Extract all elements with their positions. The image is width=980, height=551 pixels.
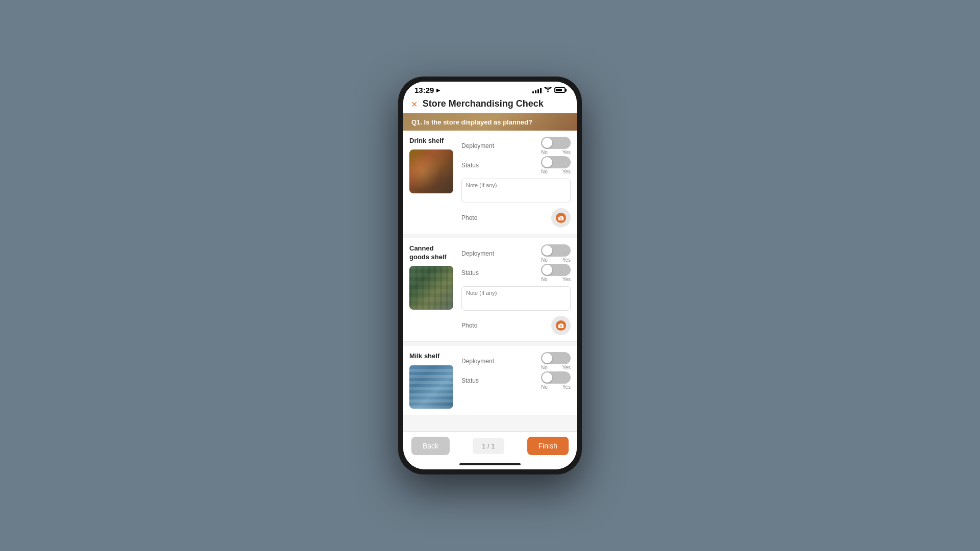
shelf-image-canned[interactable] xyxy=(409,266,453,310)
status-no-drink: No xyxy=(541,169,548,174)
deployment-yes-canned: Yes xyxy=(562,257,571,263)
photo-row-drink: Photo xyxy=(461,208,571,228)
status-toggle-wrap-milk: No Yes xyxy=(541,371,571,390)
status-no-milk: No xyxy=(541,384,548,390)
status-label-milk: Status xyxy=(461,377,479,384)
deployment-no-canned: No xyxy=(541,257,548,263)
app-title: Store Merchandising Check xyxy=(423,98,544,109)
question-text: Q1. Is the store displayed as planned? xyxy=(411,118,532,126)
deployment-row-drink: Deployment No Yes xyxy=(461,137,571,155)
shelf-image-milk[interactable] xyxy=(409,365,453,409)
status-label-canned: Status xyxy=(461,269,479,277)
deployment-yes-milk: Yes xyxy=(562,365,571,370)
status-row-drink: Status No Yes xyxy=(461,156,571,174)
status-row-milk: Status No Yes xyxy=(461,371,571,390)
deployment-toggle-milk[interactable] xyxy=(541,352,571,364)
deployment-row-milk: Deployment No Yes xyxy=(461,352,571,370)
shelf-left-milk: Milk shelf xyxy=(403,346,459,415)
status-toggle-milk[interactable] xyxy=(541,371,571,384)
app-header: × Store Merchandising Check xyxy=(403,96,577,113)
shelf-name-canned: Canned goods shelf xyxy=(409,244,455,262)
photo-button-canned[interactable] xyxy=(551,316,571,335)
shelf-item-milk: Milk shelf Deployment No xyxy=(403,346,577,415)
page-indicator: 1 / 1 xyxy=(473,438,504,454)
battery-icon xyxy=(554,87,566,93)
deployment-toggle-wrap-milk: No Yes xyxy=(541,352,571,370)
shelf-left-drink: Drink shelf xyxy=(403,131,459,234)
deployment-toggle-wrap-drink: No Yes xyxy=(541,137,571,155)
shelf-right-canned: Deployment No Yes Status xyxy=(459,238,577,341)
deployment-row-canned: Deployment No Yes xyxy=(461,244,571,263)
photo-label-canned: Photo xyxy=(461,322,477,329)
home-indicator xyxy=(403,460,577,469)
scroll-content[interactable]: Drink shelf Deployment No xyxy=(403,131,577,431)
bottom-bar: Back 1 / 1 Finish xyxy=(403,431,577,460)
status-no-canned: No xyxy=(541,277,548,282)
deployment-label-drink: Deployment xyxy=(461,142,494,149)
photo-row-canned: Photo xyxy=(461,316,571,335)
shelf-left-canned: Canned goods shelf xyxy=(403,238,459,341)
finish-button[interactable]: Finish xyxy=(527,437,569,455)
deployment-label-canned: Deployment xyxy=(461,250,494,257)
signal-icon xyxy=(532,87,542,93)
location-icon: ▶ xyxy=(436,88,440,93)
shelf-right-drink: Deployment No Yes Status xyxy=(459,131,577,234)
photo-button-drink[interactable] xyxy=(551,208,571,228)
status-toggle-drink[interactable] xyxy=(541,156,571,168)
status-yes-milk: Yes xyxy=(562,384,571,390)
shelf-item-drink: Drink shelf Deployment No xyxy=(403,131,577,234)
status-row-canned: Status No Yes xyxy=(461,264,571,282)
note-input-drink[interactable] xyxy=(461,179,571,203)
note-input-canned[interactable] xyxy=(461,286,571,311)
status-bar: 13:29 ▶ xyxy=(403,82,577,96)
phone-screen: 13:29 ▶ xyxy=(403,82,577,469)
status-toggle-wrap-drink: No Yes xyxy=(541,156,571,174)
status-icons xyxy=(532,87,566,93)
svg-point-6 xyxy=(560,325,561,327)
svg-point-0 xyxy=(547,91,548,92)
shelf-name-drink: Drink shelf xyxy=(409,137,455,145)
shelf-image-drink[interactable] xyxy=(409,149,453,193)
status-yes-canned: Yes xyxy=(562,277,571,282)
shelf-item-canned: Canned goods shelf Deployment No xyxy=(403,238,577,342)
deployment-no-drink: No xyxy=(541,149,548,155)
shelf-right-milk: Deployment No Yes Status xyxy=(459,346,577,415)
photo-label-drink: Photo xyxy=(461,214,477,221)
shelf-name-milk: Milk shelf xyxy=(409,352,455,361)
status-label-drink: Status xyxy=(461,162,479,169)
phone-frame: 13:29 ▶ xyxy=(398,77,582,474)
question-banner: Q1. Is the store displayed as planned? xyxy=(403,113,577,131)
status-toggle-wrap-canned: No Yes xyxy=(541,264,571,282)
wifi-icon xyxy=(544,87,552,93)
status-time: 13:29 ▶ xyxy=(414,86,440,94)
back-button[interactable]: Back xyxy=(411,437,450,455)
deployment-label-milk: Deployment xyxy=(461,358,494,365)
status-toggle-canned[interactable] xyxy=(541,264,571,276)
svg-point-3 xyxy=(560,218,561,219)
deployment-toggle-canned[interactable] xyxy=(541,244,571,257)
deployment-yes-drink: Yes xyxy=(562,149,571,155)
close-button[interactable]: × xyxy=(411,99,418,109)
deployment-toggle-drink[interactable] xyxy=(541,137,571,149)
status-yes-drink: Yes xyxy=(562,169,571,174)
deployment-toggle-wrap-canned: No Yes xyxy=(541,244,571,263)
deployment-no-milk: No xyxy=(541,365,548,370)
